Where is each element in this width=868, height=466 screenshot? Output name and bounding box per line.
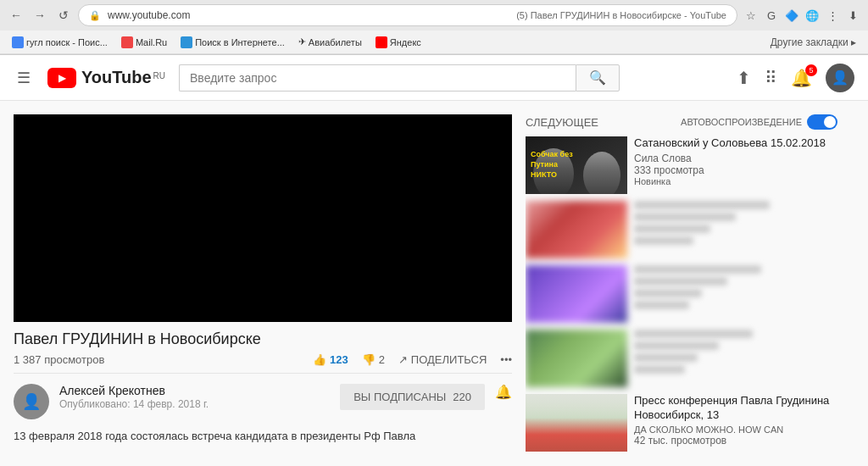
forward-button[interactable]: → xyxy=(31,6,49,25)
address-bar[interactable]: 🔒 www.youtube.com (5) Павел ГРУДИНИН в Н… xyxy=(78,4,737,26)
video-area: Павел ГРУДИНИН в Новосибирске 1 387 прос… xyxy=(0,101,526,466)
main-content: Павел ГРУДИНИН в Новосибирске 1 387 прос… xyxy=(0,101,868,466)
mail-favicon xyxy=(121,36,133,48)
sidebar-video-4[interactable] xyxy=(526,330,837,387)
sidebar-info-1: Сатановский у Соловьева 15.02.2018 Сила … xyxy=(634,136,837,194)
bookmark-mail-label: Mail.Ru xyxy=(136,37,167,47)
next-label: Следующее xyxy=(526,116,598,129)
hamburger-menu-icon[interactable]: ☰ xyxy=(14,65,34,91)
sidebar-video-3[interactable] xyxy=(526,265,837,323)
refresh-button[interactable]: ↺ xyxy=(54,6,73,25)
autoplay-area: АВТОВОСПРОИЗВЕДЕНИЕ xyxy=(681,114,837,130)
yandex-favicon xyxy=(376,36,387,48)
vpn-icon[interactable]: 🌐 xyxy=(804,7,821,24)
share-button[interactable]: ↗ ПОДЕЛИТЬСЯ xyxy=(398,353,487,366)
sidebar-thumb-2 xyxy=(526,201,627,258)
dislike-button[interactable]: 👎 2 xyxy=(362,353,385,366)
bookmark-search-label: Поиск в Интернете... xyxy=(195,37,285,47)
bookmark-search[interactable]: Поиск в Интернете... xyxy=(175,35,290,50)
browser-chrome: ← → ↺ 🔒 www.youtube.com (5) Павел ГРУДИН… xyxy=(0,0,868,55)
sidebar-views-3 xyxy=(634,301,837,309)
youtube-logo-suffix: RU xyxy=(153,71,165,80)
sidebar-header: Следующее АВТОВОСПРОИЗВЕДЕНИЕ xyxy=(526,114,837,130)
subscribe-label: ВЫ ПОДПИСАНЫ xyxy=(353,391,446,403)
sidebar-video-5[interactable]: Пресс конференция Павла Грудинина Новоси… xyxy=(526,394,837,452)
address-url: www.youtube.com xyxy=(108,9,509,21)
video-player[interactable] xyxy=(14,114,512,322)
lock-icon: 🔒 xyxy=(89,10,101,21)
avia-icon: ✈ xyxy=(298,36,306,47)
other-bookmarks[interactable]: Другие закладки ▸ xyxy=(765,35,861,50)
more-actions-button[interactable]: ••• xyxy=(500,353,512,366)
publish-date: Опубликовано: 14 февр. 2018 г. xyxy=(59,398,330,410)
bookmark-mail[interactable]: Mail.Ru xyxy=(116,35,172,50)
like-button[interactable]: 👍 123 xyxy=(313,353,348,366)
translate-icon[interactable]: G xyxy=(763,7,780,24)
search-input[interactable] xyxy=(179,64,576,92)
sidebar-thumb-1: Собчак без Путина НИКТО xyxy=(526,136,627,194)
header-right: ⬆ ⠿ 🔔 5 👤 xyxy=(737,64,854,92)
subscribe-count: 220 xyxy=(453,391,471,403)
menu-icon[interactable]: ⋮ xyxy=(824,7,841,24)
upload-icon[interactable]: ⬆ xyxy=(737,68,751,88)
channel-name[interactable]: Алексей Крекотнев xyxy=(59,384,330,397)
sidebar-title-5: Пресс конференция Павла Грудинина Новоси… xyxy=(634,394,837,423)
sidebar-title-3 xyxy=(634,265,837,286)
bookmark-yandex[interactable]: Яндекс xyxy=(370,35,426,50)
notifications-button[interactable]: 🔔 5 xyxy=(791,68,812,88)
search-bar: 🔍 xyxy=(179,64,620,92)
dislike-count: 2 xyxy=(379,353,385,366)
video-description: 13 февраля 2018 года состоялась встреча … xyxy=(14,428,512,445)
search-favicon xyxy=(181,36,192,48)
bookmark-google-label: гугл поиск - Поис... xyxy=(26,37,108,47)
youtube-header: ☰ YouTube RU 🔍 ⬆ ⠿ 🔔 5 👤 xyxy=(0,55,868,101)
channel-details: Алексей Крекотнев Опубликовано: 14 февр.… xyxy=(59,384,330,410)
search-button[interactable]: 🔍 xyxy=(576,64,620,92)
subscribe-button[interactable]: ВЫ ПОДПИСАНЫ 220 xyxy=(340,384,485,410)
extension-icon[interactable]: 🔷 xyxy=(783,7,800,24)
share-icon: ↗ xyxy=(398,353,408,366)
sidebar-video-2[interactable] xyxy=(526,201,837,258)
apps-grid-icon[interactable]: ⠿ xyxy=(765,68,777,88)
sidebar-video-1[interactable]: Собчак без Путина НИКТО Сатановский у Со… xyxy=(526,136,837,194)
bookmark-star-icon[interactable]: ☆ xyxy=(743,7,760,24)
bookmark-google[interactable]: гугл поиск - Поис... xyxy=(7,35,113,50)
video-meta: 1 387 просмотров 👍 123 👎 2 ↗ ПОДЕЛИТЬСЯ … xyxy=(14,353,512,374)
back-button[interactable]: ← xyxy=(7,6,25,25)
thumbup-icon: 👍 xyxy=(313,353,326,366)
sidebar-channel-2 xyxy=(634,225,837,233)
user-avatar[interactable]: 👤 xyxy=(826,64,854,92)
thumbdown-icon: 👎 xyxy=(362,353,376,366)
sidebar-info-2 xyxy=(634,201,837,258)
sidebar-channel-1: Сила Слова xyxy=(634,153,837,164)
browser-toolbar: ← → ↺ 🔒 www.youtube.com (5) Павел ГРУДИН… xyxy=(0,0,868,31)
sidebar-thumb-3 xyxy=(526,265,627,323)
sidebar-title-4 xyxy=(634,330,837,350)
bookmark-avia[interactable]: ✈ Авиабилеты xyxy=(293,35,367,49)
sidebar-title-2 xyxy=(634,201,837,221)
sidebar-badge-1: Новинка xyxy=(634,176,837,186)
sidebar-thumb-5 xyxy=(526,394,627,452)
sidebar: Следующее АВТОВОСПРОИЗВЕДЕНИЕ Собч xyxy=(526,101,848,466)
video-actions: 👍 123 👎 2 ↗ ПОДЕЛИТЬСЯ ••• xyxy=(313,353,512,366)
sidebar-channel-3 xyxy=(634,289,837,297)
sidebar-info-4 xyxy=(634,330,837,387)
youtube-logo[interactable]: YouTube RU xyxy=(47,68,165,88)
sidebar-views-4 xyxy=(634,365,837,374)
bookmark-avia-label: Авиабилеты xyxy=(309,37,362,47)
channel-avatar[interactable]: 👤 xyxy=(14,384,49,419)
channel-info: 👤 Алексей Крекотнев Опубликовано: 14 фев… xyxy=(14,384,512,419)
notifications-badge: 5 xyxy=(805,64,817,76)
google-favicon xyxy=(12,36,24,48)
video-title: Павел ГРУДИНИН в Новосибирске xyxy=(14,330,512,348)
sidebar-title-1: Сатановский у Соловьева 15.02.2018 xyxy=(634,136,837,151)
sidebar-channel-5: ДА СКОЛЬКО МОЖНО. HOW CAN xyxy=(634,424,837,435)
sidebar-views-5: 42 тыс. просмотров xyxy=(634,435,837,447)
autoplay-toggle[interactable] xyxy=(807,114,837,130)
tab-title: (5) Павел ГРУДИНИН в Новосибирске - YouT… xyxy=(516,10,726,20)
sidebar-views-1: 333 просмотра xyxy=(634,164,837,176)
like-count: 123 xyxy=(330,353,348,366)
notification-bell-icon[interactable]: 🔔 xyxy=(495,384,512,400)
sidebar-views-2 xyxy=(634,236,837,245)
download-icon[interactable]: ⬇ xyxy=(844,7,861,24)
